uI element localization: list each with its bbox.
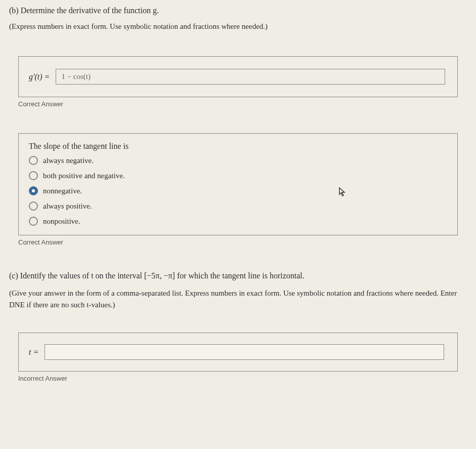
radio-label: nonnegative. xyxy=(43,187,82,195)
radio-circle-icon xyxy=(29,201,38,211)
part-b-answer-box: g′(t) = xyxy=(18,56,458,97)
radio-circle-icon xyxy=(29,156,38,165)
radio-label: always positive. xyxy=(43,202,92,211)
slope-prompt: The slope of the tangent line is xyxy=(29,142,447,151)
radio-circle-selected-icon xyxy=(29,186,38,195)
radio-circle-icon xyxy=(29,171,38,180)
part-b-feedback: Correct Answer xyxy=(18,100,467,108)
part-c-feedback: Incorrect Answer xyxy=(18,375,467,382)
part-b-instruction: (Express numbers in exact form. Use symb… xyxy=(9,22,467,31)
g-prime-input[interactable] xyxy=(56,69,445,85)
slope-radio-box: The slope of the tangent line is always … xyxy=(18,133,458,235)
radio-option-3[interactable]: always positive. xyxy=(29,201,447,211)
radio-option-2[interactable]: nonnegative. xyxy=(29,186,447,195)
radio-option-0[interactable]: always negative. xyxy=(29,156,447,165)
part-c-prompt: (c) Identify the values of t on the inte… xyxy=(9,271,467,280)
t-values-input[interactable] xyxy=(45,344,444,360)
part-c-answer-box: t = xyxy=(18,333,458,372)
slope-feedback: Correct Answer xyxy=(18,238,467,246)
part-c-instruction: (Give your answer in the form of a comma… xyxy=(9,288,467,310)
radio-option-4[interactable]: nonpositive. xyxy=(29,217,447,226)
g-prime-label: g′(t) = xyxy=(29,72,50,81)
radio-option-1[interactable]: both positive and negative. xyxy=(29,171,447,180)
radio-label: nonpositive. xyxy=(43,217,80,226)
radio-label: both positive and negative. xyxy=(43,172,125,180)
part-b-prompt: (b) Determine the derivative of the func… xyxy=(9,6,467,15)
radio-circle-icon xyxy=(29,217,38,226)
radio-label: always negative. xyxy=(43,156,94,165)
t-equals-label: t = xyxy=(29,348,38,357)
